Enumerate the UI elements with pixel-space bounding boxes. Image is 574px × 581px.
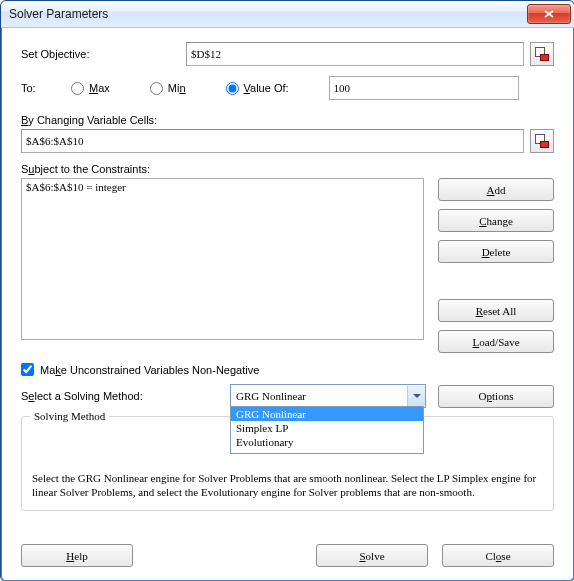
to-label: To: bbox=[21, 82, 71, 94]
set-objective-input[interactable] bbox=[186, 42, 524, 66]
window-title: Solver Parameters bbox=[9, 7, 527, 21]
change-button[interactable]: Change bbox=[438, 209, 554, 232]
close-icon[interactable] bbox=[527, 4, 571, 24]
set-objective-label: Set Objective: bbox=[21, 48, 186, 60]
chevron-down-icon[interactable] bbox=[407, 386, 425, 406]
radio-min-input[interactable] bbox=[150, 82, 163, 95]
value-of-input[interactable] bbox=[329, 76, 519, 100]
load-save-button[interactable]: Load/Save bbox=[438, 330, 554, 353]
method-dropdown[interactable]: GRG Nonlinear Simplex LP Evolutionary bbox=[230, 406, 424, 454]
method-combo-value: GRG Nonlinear bbox=[231, 390, 407, 402]
method-description: Select the GRG Nonlinear engine for Solv… bbox=[32, 471, 543, 500]
method-option[interactable]: Simplex LP bbox=[231, 421, 423, 435]
changing-cells-input[interactable] bbox=[21, 129, 524, 153]
constraints-listbox[interactable]: $A$6:$A$10 = integer bbox=[21, 178, 424, 340]
add-button[interactable]: Add bbox=[438, 178, 554, 201]
ref-picker-changing[interactable] bbox=[530, 129, 554, 153]
method-option[interactable]: GRG Nonlinear bbox=[231, 407, 423, 421]
radio-value-of[interactable]: Value Of: bbox=[226, 82, 289, 95]
range-ref-icon bbox=[535, 47, 549, 61]
constraints-label: Subject to the Constraints: bbox=[21, 163, 150, 175]
range-ref-icon bbox=[535, 134, 549, 148]
group-title: Solving Method bbox=[30, 410, 109, 422]
unconstrained-checkbox[interactable] bbox=[21, 363, 34, 376]
close-button[interactable]: Close bbox=[442, 544, 554, 567]
changing-cells-label: By Changing Variable Cells: bbox=[21, 114, 157, 126]
radio-max[interactable]: Max bbox=[71, 82, 110, 95]
constraint-item[interactable]: $A$6:$A$10 = integer bbox=[26, 181, 419, 193]
method-combo[interactable]: GRG Nonlinear GRG Nonlinear Simplex LP E… bbox=[230, 384, 424, 408]
solve-button[interactable]: Solve bbox=[316, 544, 428, 567]
radio-max-input[interactable] bbox=[71, 82, 84, 95]
options-button[interactable]: Options bbox=[438, 385, 554, 408]
ref-picker-objective[interactable] bbox=[530, 42, 554, 66]
radio-value-of-label: Value Of: bbox=[244, 82, 289, 94]
radio-max-label: Max bbox=[89, 82, 110, 94]
dialog-body: Set Objective: To: Max Min Value Of: By … bbox=[1, 28, 574, 530]
delete-button[interactable]: Delete bbox=[438, 240, 554, 263]
select-method-label: Select a Solving Method: bbox=[21, 390, 216, 402]
reset-all-button[interactable]: Reset All bbox=[438, 299, 554, 322]
solver-dialog: Solver Parameters Set Objective: To: Max… bbox=[0, 0, 574, 581]
radio-value-of-input[interactable] bbox=[226, 82, 239, 95]
help-button[interactable]: Help bbox=[21, 544, 133, 567]
title-bar: Solver Parameters bbox=[1, 1, 574, 28]
radio-min-label: Min bbox=[168, 82, 186, 94]
radio-min[interactable]: Min bbox=[150, 82, 186, 95]
method-option[interactable]: Evolutionary bbox=[231, 435, 423, 449]
unconstrained-label: Make Unconstrained Variables Non-Negativ… bbox=[40, 364, 259, 376]
dialog-footer: Help Solve Close bbox=[1, 530, 574, 581]
